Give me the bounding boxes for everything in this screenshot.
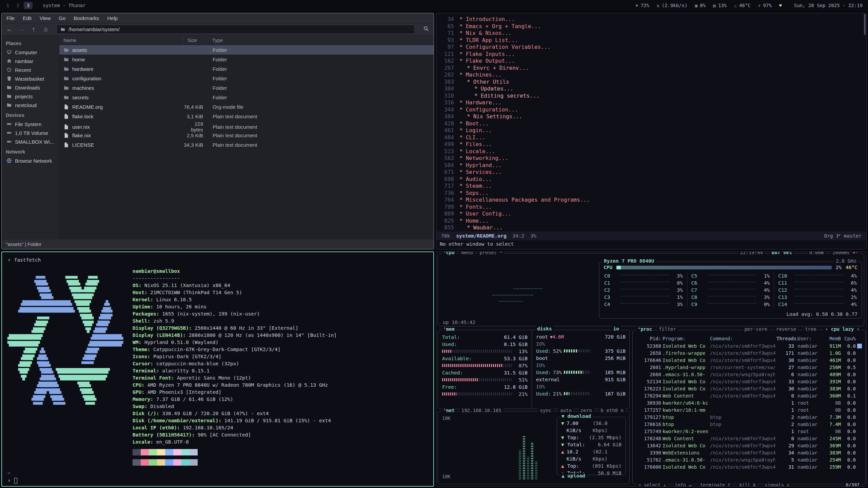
menu-item[interactable]: Bookmarks [74, 15, 99, 21]
tree-toggle[interactable]: tree [803, 326, 818, 332]
sidebar-item[interactable]: nextcloud [2, 101, 59, 109]
org-star[interactable]: * [459, 218, 463, 224]
process-row[interactable]: 176223 Isolated Web Co /nix/store/sm8fnr… [633, 385, 865, 392]
org-star[interactable]: * [459, 23, 463, 29]
sidebar-item[interactable]: File System [2, 120, 59, 128]
sidebar-item[interactable]: 1,0 TB Volume [2, 128, 59, 137]
sidebar-item[interactable]: Computer [2, 48, 59, 57]
status-module[interactable]: Sun, 28 Sep 2025 - 22:19 [792, 3, 863, 8]
net-control[interactable]: sync [538, 408, 553, 413]
org-star[interactable]: * [459, 30, 463, 36]
status-module[interactable]: ☀ 72% [636, 3, 649, 8]
org-star[interactable]: * [459, 72, 463, 78]
process-row[interactable]: 176000 Isolated Web Co /nix/store/sm8fnr… [633, 463, 865, 470]
status-module[interactable]: ⇅ (2.9kb/s) [657, 3, 688, 8]
process-row[interactable]: 178248 Web Content /nix/store/sm8fnrf3wp… [633, 435, 865, 442]
org-star[interactable]: * [459, 155, 463, 161]
org-star[interactable]: * [459, 176, 463, 182]
menu-item[interactable]: Edit [23, 15, 32, 21]
org-star[interactable]: * [459, 44, 463, 50]
net-control[interactable]: auto [558, 408, 573, 413]
org-star[interactable]: * [459, 99, 463, 106]
process-row[interactable]: 175749 kworker/6:2-even 1 root 0B 0.0 [633, 428, 865, 435]
terminal-window[interactable]: › fastfetch ▗▄▄▄ ▗▄▄▄▄ ▄▄▄▖ ▜███▙ ▜███▙ … [1, 251, 434, 487]
process-row[interactable]: 38936 kworker/u64:6-kc 1 root 0B 0.0 [633, 399, 865, 406]
org-star[interactable]: * [459, 58, 463, 64]
path-bar[interactable]: /home/nambiar/system/ [57, 25, 415, 34]
net-control[interactable]: zero [579, 408, 594, 413]
sidebar-item[interactable]: Recent [2, 65, 59, 74]
column-header-size[interactable]: Size [183, 36, 208, 45]
proc-footer-action[interactable]: ↑ select ↓ [637, 482, 668, 487]
process-row[interactable]: 52134 Isolated Web Co /nix/store/sm8fnrf… [633, 378, 865, 385]
org-star[interactable]: * [474, 93, 478, 99]
workspace-button[interactable]: 3 [24, 2, 33, 9]
process-row[interactable]: 52368 Isolated Web Co /nix/store/sm8fnrf… [633, 342, 865, 349]
tab-mem[interactable]: ²mem [441, 326, 456, 332]
menu-item[interactable]: Go [59, 15, 65, 21]
io-tab[interactable]: io [612, 326, 621, 331]
process-row[interactable]: 2660 .emacs-31.0.50- /nix/store/wnqz5pa8… [633, 371, 865, 378]
reverse-toggle[interactable]: reverse [774, 326, 798, 332]
org-star[interactable]: * [459, 197, 463, 203]
search-button[interactable] [421, 26, 430, 33]
tab-net[interactable]: ³net [441, 408, 456, 413]
btop-window[interactable]: ¹cpu menu preset * 22:19:44 BAT 98% 0.00… [436, 251, 867, 487]
org-star[interactable]: * [459, 37, 463, 43]
sidebar-item[interactable]: SMALLBOX Wi... [2, 137, 59, 146]
process-row[interactable]: 3390 WebExtensions /nix/store/sm8fnrf3wp… [633, 449, 865, 456]
org-star[interactable]: * [467, 224, 470, 231]
org-star[interactable]: * [459, 16, 463, 22]
status-module[interactable]: ♨ 46°C [734, 3, 751, 8]
sidebar-item[interactable]: nambiar [2, 57, 59, 65]
process-row[interactable]: 13642 Isolated Web Co /nix/store/sm8fnrf… [633, 442, 865, 449]
org-star[interactable]: * [459, 169, 463, 175]
upload-title[interactable]: ▲ upload [560, 473, 587, 479]
status-module[interactable]: ♥ [779, 3, 784, 8]
net-control[interactable]: b eth0 n [599, 408, 625, 413]
file-row[interactable]: flake.nix 2,5 KiB Plain text document [59, 130, 434, 140]
preset-button[interactable]: preset * [478, 251, 504, 255]
file-row[interactable]: hardware Folder [59, 64, 434, 74]
menu-item[interactable]: Help [107, 15, 118, 21]
sidebar-item[interactable]: projects [2, 92, 59, 101]
process-row[interactable]: 176646 Isolated Web Co /nix/store/sm8fnr… [633, 357, 865, 364]
file-row[interactable]: flake.lock 3,1 KiB Plain text document [59, 111, 434, 121]
org-star[interactable]: * [459, 127, 463, 134]
proc-footer-action[interactable]: info ↵ [673, 482, 693, 487]
org-star[interactable]: * [474, 85, 478, 92]
home-button[interactable]: ⌂ [42, 26, 50, 33]
file-row[interactable]: README.org 76,4 KiB Org-mode file [59, 102, 434, 111]
workspace-button[interactable]: 1 [3, 2, 12, 9]
process-row[interactable]: 178294 Web Content /nix/store/sm8fnrf3wp… [633, 392, 865, 399]
org-star[interactable]: * [467, 65, 470, 71]
file-row[interactable]: machines Folder [59, 83, 434, 93]
process-row[interactable]: 51762 .emacs-31.0.50- /nix/store/wnqz5pa… [633, 456, 865, 463]
tab-proc[interactable]: ⁴proc [636, 326, 654, 332]
per-core-toggle[interactable]: per-core [743, 326, 769, 332]
back-button[interactable]: ← [5, 26, 13, 33]
file-row[interactable]: home Folder [59, 55, 434, 64]
menu-item[interactable]: File [6, 15, 15, 21]
column-header-type[interactable]: Type [208, 36, 434, 45]
column-header-name[interactable]: Name [59, 36, 183, 45]
org-star[interactable]: * [459, 210, 463, 217]
org-star[interactable]: * [467, 79, 470, 85]
org-star[interactable]: * [459, 204, 463, 210]
org-star[interactable]: * [459, 183, 463, 189]
sidebar-item[interactable]: Browse Network [2, 156, 59, 165]
org-star[interactable]: * [459, 148, 463, 155]
forward-button[interactable]: → [17, 26, 25, 33]
file-row[interactable]: configuration Folder [59, 74, 434, 83]
org-star[interactable]: * [459, 51, 463, 57]
filter-button[interactable]: filter [657, 326, 678, 332]
org-star[interactable]: * [459, 134, 463, 141]
proc-footer-action[interactable]: signals s [763, 482, 791, 487]
org-star[interactable]: * [467, 113, 470, 120]
process-row[interactable]: 2658 .firefox-wrappe /nix/store/sm8fnrf3… [633, 349, 865, 357]
org-star[interactable]: * [459, 106, 463, 113]
status-module[interactable]: ▤ 13% [713, 3, 727, 8]
menu-button[interactable]: menu [460, 251, 475, 255]
menu-item[interactable]: View [40, 15, 51, 21]
emacs-window[interactable]: 34 *Introduction... 65 *Emacs + Org + Ta… [436, 13, 867, 249]
